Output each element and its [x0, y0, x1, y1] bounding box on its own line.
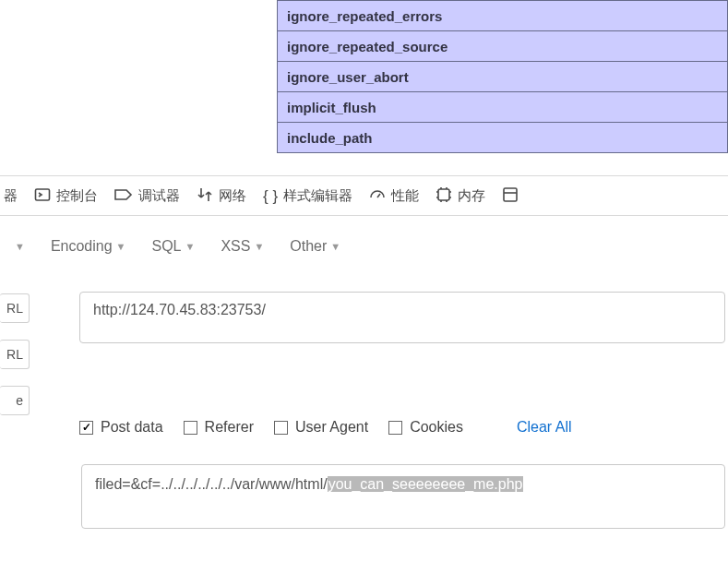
checkbox-cookies[interactable]: Cookies: [388, 419, 463, 436]
tab-label: 性能: [391, 187, 419, 205]
clear-all-label: Clear All: [517, 419, 572, 435]
table-row: include_path: [278, 123, 728, 153]
tab-label: 样式编辑器: [283, 187, 352, 205]
url-value: http://124.70.45.83:23753/: [93, 302, 266, 317]
clear-all-link[interactable]: Clear All: [517, 419, 572, 436]
table-row: ignore_repeated_errors: [278, 1, 728, 31]
side-button-label: RL: [6, 347, 23, 362]
dropdown-encoding[interactable]: Encoding▼: [51, 238, 126, 255]
options-row: Post data Referer User Agent Cookies Cle…: [79, 419, 572, 436]
config-cell: implicit_flush: [278, 92, 728, 123]
tab-memory[interactable]: 内存: [436, 186, 485, 206]
checkbox-icon: [184, 421, 197, 435]
tab-styleeditor[interactable]: { } 样式编辑器: [263, 187, 352, 205]
tab-console[interactable]: 控制台: [34, 186, 98, 206]
console-icon: [34, 186, 51, 206]
table-row: implicit_flush: [278, 92, 728, 123]
devtools-tabs: 器 控制台 调试器 网络 { } 样式编辑器: [0, 175, 728, 216]
performance-icon: [369, 186, 386, 206]
network-icon: [197, 186, 213, 206]
table-row: ignore_repeated_source: [278, 31, 728, 62]
checkbox-label: Cookies: [410, 419, 463, 436]
tab-label: 网络: [219, 187, 246, 205]
dropdown-xss[interactable]: XSS▼: [221, 238, 264, 255]
checkbox-icon: [79, 421, 93, 435]
dropdown-other[interactable]: Other▼: [290, 238, 340, 255]
config-cell: ignore_repeated_errors: [278, 1, 728, 31]
checkbox-label: Referer: [205, 419, 254, 436]
checkbox-useragent[interactable]: User Agent: [274, 419, 368, 436]
styleeditor-icon: { }: [263, 188, 278, 204]
dropdown-label: XSS: [221, 238, 250, 255]
tab-storage[interactable]: [502, 186, 519, 206]
tab-label: 内存: [458, 187, 485, 205]
side-button-1[interactable]: RL: [0, 340, 30, 369]
config-cell: ignore_repeated_source: [278, 31, 728, 62]
dropdown-label: SQL: [152, 238, 182, 255]
svg-rect-2: [504, 188, 517, 201]
tab-network[interactable]: 网络: [197, 186, 246, 206]
side-button-0[interactable]: RL: [0, 293, 30, 323]
checkbox-label: Post data: [101, 419, 163, 436]
svg-rect-1: [438, 189, 449, 200]
tab-fragment[interactable]: 器: [4, 187, 18, 205]
url-input[interactable]: http://124.70.45.83:23753/: [79, 292, 725, 343]
dropdown-sql[interactable]: SQL▼: [152, 238, 196, 255]
payload-prefix: filed=&cf=../../../../../../var/www/html…: [95, 476, 328, 492]
config-table: ignore_repeated_errors ignore_repeated_s…: [277, 0, 728, 153]
side-button-label: RL: [6, 301, 23, 316]
memory-icon: [436, 186, 452, 206]
table-row: ignore_user_abort: [278, 62, 728, 92]
dropdown-label: Encoding: [51, 238, 113, 255]
config-cell: include_path: [278, 123, 728, 153]
storage-icon: [502, 186, 519, 206]
tab-label: 器: [4, 187, 18, 205]
checkbox-referer[interactable]: Referer: [184, 419, 254, 436]
dropdown-leading[interactable]: ▼: [11, 241, 25, 252]
side-button-stack: RL RL e: [0, 293, 30, 415]
payload-selection: you_can_seeeeeeee_me.php: [328, 476, 524, 492]
debugger-icon: [114, 187, 133, 205]
tab-performance[interactable]: 性能: [369, 186, 419, 206]
checkbox-icon: [274, 421, 288, 435]
checkbox-icon: [388, 421, 402, 435]
tab-label: 调试器: [138, 187, 180, 205]
config-cell: ignore_user_abort: [278, 62, 728, 92]
dropdown-label: Other: [290, 238, 327, 255]
tab-debugger[interactable]: 调试器: [114, 187, 180, 205]
side-button-label: e: [16, 393, 23, 408]
tab-label: 控制台: [56, 187, 98, 205]
side-button-2[interactable]: e: [0, 386, 30, 415]
checkbox-label: User Agent: [295, 419, 368, 436]
hackbar-toolrow: ▼ Encoding▼ SQL▼ XSS▼ Other▼: [0, 238, 728, 255]
postdata-input[interactable]: filed=&cf=../../../../../../var/www/html…: [81, 464, 725, 529]
checkbox-postdata[interactable]: Post data: [79, 419, 163, 436]
